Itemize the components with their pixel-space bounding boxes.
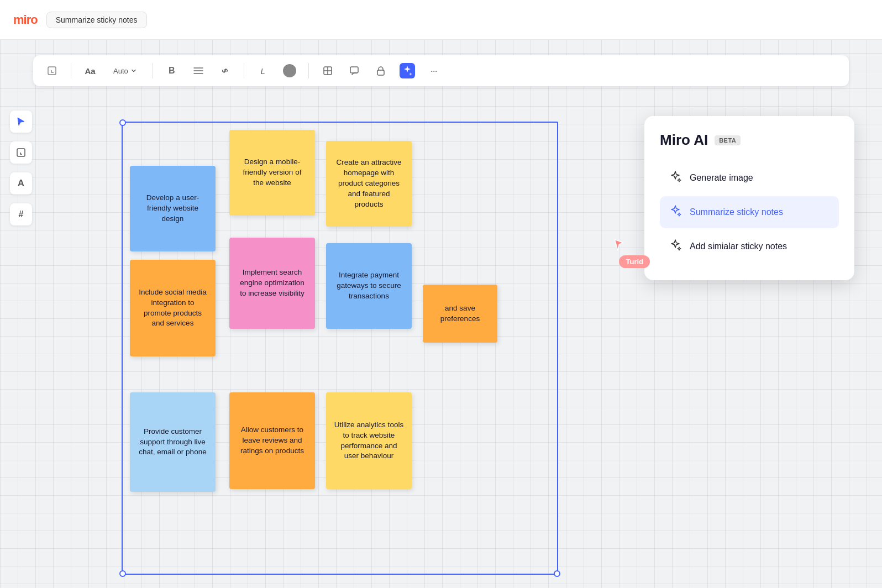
handle-bottom-left[interactable]: [119, 570, 126, 577]
sticky-note-develop-website[interactable]: Develop a user-friendly website design: [130, 166, 216, 251]
generate-image-option[interactable]: Generate image: [660, 162, 839, 194]
topbar: miro Summarize sticky notes: [0, 0, 882, 40]
ai-magic-icon[interactable]: [400, 63, 415, 78]
cursor-label: Turid: [619, 255, 650, 268]
summarize-icon: [669, 204, 682, 221]
handle-bottom-right[interactable]: [554, 570, 560, 577]
sticky-note-seo[interactable]: Implement search engine optimization to …: [229, 238, 315, 329]
toolbar-divider-3: [244, 63, 244, 78]
generate-image-icon: [669, 170, 682, 186]
left-sidebar: A #: [10, 111, 32, 225]
add-similar-icon: [669, 238, 682, 255]
sticky-note-analytics[interactable]: Utilize analytics tools to track website…: [326, 392, 412, 489]
add-similar-sticky-notes-option[interactable]: Add simialar sticky notes: [660, 230, 839, 262]
sticky-note-reviews[interactable]: Allow customers to leave reviews and rat…: [229, 392, 315, 489]
lock-icon[interactable]: [373, 63, 389, 78]
canvas-area: Develop a user-friendly website design D…: [41, 111, 860, 571]
generate-image-label: Generate image: [690, 173, 753, 183]
handle-top-left[interactable]: [119, 119, 126, 126]
more-options-icon[interactable]: ···: [426, 63, 442, 78]
svg-rect-8: [377, 70, 384, 75]
bold-icon[interactable]: B: [164, 63, 180, 78]
sticky-note-homepage[interactable]: Create an attractive homepage with produ…: [326, 141, 412, 227]
add-similar-label: Add simialar sticky notes: [690, 242, 787, 251]
sticky-note-payment[interactable]: Integrate payment gateways to secure tra…: [326, 243, 412, 329]
miro-logo: miro: [13, 13, 38, 27]
sticky-note-customer-support[interactable]: Provide customer support through live ch…: [130, 392, 216, 492]
beta-badge: BETA: [715, 135, 741, 145]
user-cursor: Turid: [615, 238, 650, 268]
auto-label[interactable]: Auto: [109, 63, 141, 78]
svg-rect-9: [17, 149, 25, 156]
ai-panel-header: Miro AI BETA: [660, 132, 839, 149]
select-tool[interactable]: [10, 111, 32, 133]
sticky-note-icon[interactable]: [44, 63, 60, 78]
list-icon[interactable]: L: [255, 63, 271, 78]
sticky-note-mobile-friendly[interactable]: Design a mobile-friendly version of the …: [229, 130, 315, 216]
sticky-note-preferences[interactable]: and save preferences: [423, 285, 497, 343]
toolbar-divider-4: [308, 63, 309, 78]
text-tool[interactable]: A: [10, 172, 32, 195]
sticky-note-social-media[interactable]: Include social media integration to prom…: [130, 260, 216, 356]
align-icon[interactable]: [191, 63, 206, 78]
summarize-sticky-notes-option[interactable]: Summarize sticky notes: [660, 196, 839, 228]
table-icon[interactable]: [320, 63, 335, 78]
toolbar-divider-2: [153, 63, 153, 78]
frame-tool[interactable]: #: [10, 203, 32, 225]
sticky-note-tool[interactable]: [10, 141, 32, 164]
comment-icon[interactable]: [347, 63, 362, 78]
link-icon[interactable]: [217, 63, 233, 78]
toolbar-divider-1: [71, 63, 71, 78]
font-icon[interactable]: Aa: [82, 63, 98, 78]
ai-panel-title: Miro AI: [660, 132, 708, 149]
svg-rect-7: [350, 67, 358, 73]
svg-rect-0: [48, 67, 56, 75]
color-picker-icon[interactable]: [282, 63, 297, 78]
summarize-sticky-notes-label: Summarize sticky notes: [690, 207, 783, 217]
ai-panel: Miro AI BETA Generate image Summarize st…: [644, 116, 854, 280]
topbar-title: Summarize sticky notes: [46, 12, 147, 28]
toolbar: Aa Auto B L ···: [33, 55, 849, 86]
